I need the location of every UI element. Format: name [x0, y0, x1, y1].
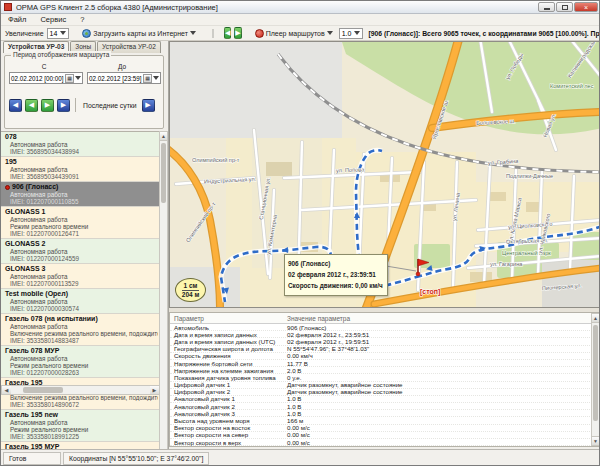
- scroll-up-icon[interactable]: ▲: [592, 314, 599, 323]
- param-name: Цифровой датчик 2: [170, 388, 287, 395]
- param-name: Дата и время записи данных: [170, 331, 287, 338]
- param-value: 1.0 В: [287, 403, 301, 410]
- param-name: Высота над уровнем моря: [170, 417, 287, 424]
- from-label: С: [5, 63, 83, 70]
- prev-interval-button[interactable]: ◀: [25, 99, 38, 112]
- device-status: Включение режима реального времени, подо…: [5, 394, 158, 401]
- first-interval-button[interactable]: ◀: [9, 99, 22, 112]
- device-name: GLONASS 3: [5, 265, 158, 273]
- device-status: Режим реального времени: [5, 223, 158, 230]
- minimize-button[interactable]: [538, 2, 555, 12]
- device-imei: IMEI: 353358014883487: [5, 337, 158, 344]
- scroll-up-icon[interactable]: ▲: [160, 132, 167, 141]
- status-bar: Готов Координаты [N 55°55'10.50"; E 37°4…: [1, 449, 600, 466]
- param-value: 2.0 В: [287, 367, 301, 374]
- scroll-thumb[interactable]: [161, 143, 166, 203]
- next-interval-button[interactable]: ▶: [41, 99, 54, 112]
- prev-point-button[interactable]: ◀: [224, 27, 231, 39]
- device-status: Автономная работа: [5, 141, 158, 148]
- status-ready: Готов: [3, 452, 61, 465]
- device-status: Автономная работа: [5, 216, 158, 223]
- device-status: Режим реального времени: [5, 362, 158, 369]
- point-tooltip: 906 (Глонасс) 02 февраля 2012 г., 23:59:…: [284, 254, 388, 296]
- title-bar: ОРМА GPS Клиент 2.5 сборка 4380 [Админис…: [1, 1, 600, 14]
- param-name: Показания датчика уровня топлива: [170, 374, 287, 381]
- header-value: Значение параметра: [287, 315, 350, 322]
- menu-help[interactable]: ?: [80, 15, 84, 24]
- last-interval-button[interactable]: ▶: [57, 99, 70, 112]
- device-status: Автономная работа: [5, 273, 158, 280]
- menu-file[interactable]: Файл: [8, 15, 26, 24]
- parameters-panel: Параметр Значение параметра Автомобиль90…: [169, 312, 600, 447]
- list-item[interactable]: GLONASS 1 Автономная работа Режим реальн…: [1, 207, 160, 239]
- list-item[interactable]: 078 Автономная работа IMEI: 356895034438…: [1, 132, 160, 157]
- load-maps-button[interactable]: Загрузить карты из Интернет: [79, 27, 199, 39]
- param-value: 1.0 В: [287, 395, 301, 402]
- list-item[interactable]: GLONASS 3 Автономная работа IMEI: 012207…: [1, 264, 160, 289]
- list-item-selected[interactable]: 906 (Глонасс) Автономная работа IMEI: 01…: [1, 182, 160, 207]
- scroll-right-icon[interactable]: ▶: [150, 386, 159, 394]
- device-list-hscrollbar[interactable]: ◀ ▶: [1, 385, 160, 395]
- next-point-button[interactable]: ▶: [234, 27, 241, 39]
- route-period-group: Период отображения маршрута С До 02.02.2…: [4, 55, 164, 129]
- list-item[interactable]: Газель 078 МУР Автономная работа Режим р…: [1, 346, 160, 378]
- device-list-scrollbar[interactable]: ▲ ▼: [159, 131, 168, 465]
- device-imei: IMEI: 012207000126471: [5, 230, 158, 237]
- device-status: Автономная работа: [5, 191, 158, 198]
- scroll-down-icon[interactable]: ▼: [592, 436, 599, 445]
- chevron-down-icon: [153, 76, 159, 80]
- route-player-button[interactable]: Плеер маршрутов: [252, 27, 336, 39]
- svg-text:Подлипки-Дачные: Подлипки-Дачные: [506, 173, 553, 179]
- list-item[interactable]: Газель 078 (на испытании) Автономная раб…: [1, 314, 160, 346]
- window-controls: ×: [538, 2, 598, 12]
- player-speed-combo[interactable]: 1.0: [339, 28, 364, 39]
- list-item[interactable]: Газель 195 new Автономная работа Режим р…: [1, 410, 160, 442]
- map-view[interactable]: Олимпийский пр-т Олимпийский пр-т Индуст…: [169, 41, 600, 308]
- close-button[interactable]: ×: [574, 2, 598, 12]
- date-to-value: 02.02.2012 [23:59]: [89, 75, 142, 82]
- record-icon: [255, 29, 264, 38]
- scroll-thumb[interactable]: [593, 325, 598, 421]
- route-period-title: Период отображения маршрута: [11, 51, 111, 58]
- scroll-left-icon[interactable]: ◀: [2, 386, 11, 394]
- svg-text:ул. Гагарина: ул. Гагарина: [490, 261, 523, 267]
- chevron-down-icon: [190, 31, 196, 35]
- param-name: Цифровой датчик 1: [170, 381, 287, 388]
- chevron-down-icon: [60, 31, 66, 35]
- last-day-label[interactable]: Последние сутки: [81, 102, 139, 109]
- param-name: Дата и время записи данных (UTC): [170, 338, 287, 345]
- param-value: 0 у.е.: [287, 374, 302, 381]
- device-status: Автономная работа: [5, 323, 158, 330]
- tooltip-speed: Скорость движения: 0,00 км/ч: [288, 280, 384, 291]
- menu-bar: Файл Сервис ?: [1, 14, 600, 26]
- table-row: Вектор скорости в верх0.00 м/с: [170, 439, 600, 446]
- device-name: GLONASS 2: [5, 240, 158, 248]
- list-item[interactable]: Test mobile (Орел) Автономная работа IME…: [1, 289, 160, 314]
- date-from-value: 02.02.2012 [00:00]: [11, 75, 64, 82]
- map-cache-icon[interactable]: [212, 29, 214, 38]
- device-status: Автономная работа: [5, 248, 158, 255]
- calendar-icon[interactable]: ▦: [143, 74, 152, 83]
- device-name: Газель 195 new: [5, 411, 158, 419]
- date-from-field[interactable]: 02.02.2012 [00:00] ▦: [9, 72, 83, 84]
- menu-service[interactable]: Сервис: [40, 15, 66, 24]
- table-header: Параметр Значение параметра: [170, 313, 600, 324]
- param-name: Напряжение бортовой сети: [170, 360, 287, 367]
- maximize-button[interactable]: [556, 2, 573, 12]
- scroll-thumb[interactable]: [23, 387, 63, 393]
- table-scrollbar[interactable]: ▲ ▼: [591, 313, 600, 446]
- param-value: 02 февраля 2012 г., 23:59:51: [287, 331, 369, 338]
- list-item[interactable]: GLONASS 2 Автономная работа IMEI: 012207…: [1, 239, 160, 264]
- device-name-text: 906 (Глонасс): [12, 183, 58, 191]
- param-value: Датчик разомкнут, аварийное состояние: [287, 388, 403, 395]
- svg-text:Центральный парк: Центральный парк: [502, 250, 551, 256]
- zoom-combo[interactable]: 14: [47, 28, 70, 39]
- device-name: Test mobile (Орел): [5, 290, 158, 298]
- list-item[interactable]: 195 Автономная работа IMEI: 356895034439…: [1, 157, 160, 182]
- calendar-icon[interactable]: ▦: [65, 74, 74, 83]
- date-to-field[interactable]: 02.02.2012 [23:59] ▦: [87, 72, 161, 84]
- svg-text:ул. Попова: ул. Попова: [336, 166, 365, 173]
- last-day-button[interactable]: ▶: [142, 99, 155, 112]
- device-name: 906 (Глонасс): [5, 183, 158, 191]
- param-value: 0.00 м/с: [287, 431, 310, 438]
